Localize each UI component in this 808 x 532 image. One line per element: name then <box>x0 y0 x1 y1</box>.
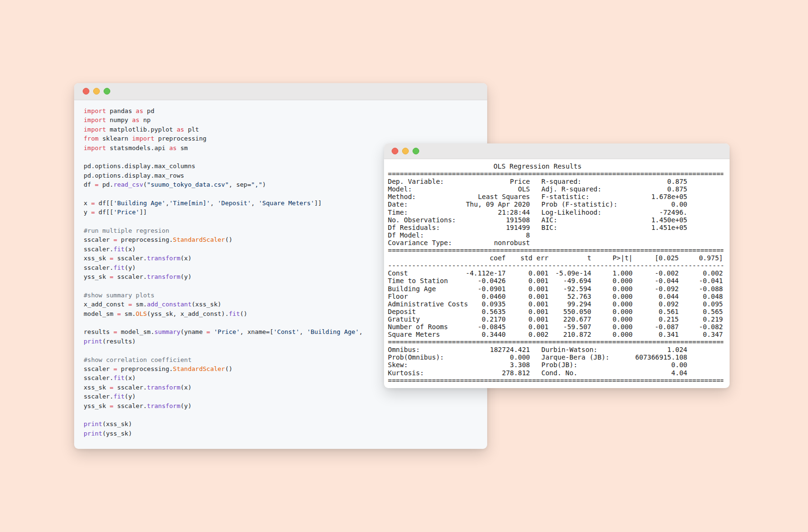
ols-diagnostics-section: Omnibus:182724.421Durbin-Watson:1.024Pro… <box>388 346 723 376</box>
code-line: print(xss_sk) <box>84 419 487 428</box>
code-line <box>84 410 487 419</box>
minimize-button[interactable] <box>402 148 409 154</box>
ruler-double: ========================================… <box>388 338 723 346</box>
summary-row: Method:Least SquaresF-statistic:1.678e+0… <box>388 193 723 200</box>
close-button[interactable] <box>392 148 398 154</box>
diagnostics-row: Omnibus:182724.421Durbin-Watson:1.024 <box>388 346 723 353</box>
ruler-double: ========================================… <box>388 247 723 254</box>
diagnostics-row: Prob(Omnibus):0.000Jarque-Bera (JB):6073… <box>388 353 723 361</box>
summary-row: Df Model:8 <box>388 231 723 239</box>
code-line: yss_sk = sscaler.transform(y) <box>84 401 487 410</box>
zoom-button[interactable] <box>413 148 419 154</box>
summary-row: Covariance Type:nonrobust <box>388 239 723 247</box>
code-line: import pandas as pd <box>84 106 487 115</box>
coef-row: Gratuity0.21700.001220.6770.0000.2150.21… <box>388 315 723 323</box>
code-line: import numpy as np <box>84 115 487 124</box>
window-controls <box>83 88 110 95</box>
code-line: print(yss_sk) <box>84 429 487 438</box>
coef-row: Square Meters0.34400.002210.8720.0000.34… <box>388 331 723 338</box>
coef-row: Const-4.112e-170.001-5.09e-141.000-0.002… <box>388 269 723 277</box>
code-window-titlebar[interactable] <box>74 83 487 100</box>
ruler-double: ========================================… <box>388 377 723 384</box>
summary-row: No. Observations:191508AIC:1.450e+05 <box>388 216 723 224</box>
summary-row: Date:Thu, 09 Apr 2020Prob (F-statistic):… <box>388 200 723 208</box>
code-line: import matplotlib.pyplot as plt <box>84 125 487 134</box>
coef-row: Deposit0.56350.001550.0500.0000.5610.565 <box>388 308 723 315</box>
summary-row: Model:OLSAdj. R-squared:0.875 <box>388 185 723 193</box>
summary-row: Df Residuals:191499BIC:1.451e+05 <box>388 224 723 231</box>
ols-output: OLS Regression Results =================… <box>384 159 723 384</box>
ruler-double: ========================================… <box>388 170 723 178</box>
coef-row: Administrative Costs0.09350.00199.2940.0… <box>388 300 723 308</box>
ruler-single: ----------------------------------------… <box>388 262 723 269</box>
ols-results-window: OLS Regression Results =================… <box>384 143 730 388</box>
code-line: from sklearn import preprocessing <box>84 134 487 143</box>
diagnostics-row: Kurtosis:278.812Cond. No.4.04 <box>388 369 723 377</box>
coef-row: Building Age-0.09010.001-92.5940.000-0.0… <box>388 285 723 293</box>
coef-row: Time to Station-0.04260.001-49.6940.000-… <box>388 277 723 285</box>
coef-row: Number of Rooms-0.08450.001-59.5070.000-… <box>388 323 723 331</box>
summary-row: Dep. Variable:PriceR-squared:0.875 <box>388 178 723 185</box>
summary-row: Time:21:28:44Log-Likelihood:-72496. <box>388 209 723 216</box>
ols-summary-section: Dep. Variable:PriceR-squared:0.875Model:… <box>388 178 723 247</box>
diagnostics-row: Skew:3.308Prob(JB):0.00 <box>388 361 723 369</box>
code-line: sscaler.fit(y) <box>84 392 487 401</box>
coef-row: Floor0.04600.00152.7630.0000.0440.048 <box>388 293 723 300</box>
ols-coef-header: coefstd errtP>|t|[0.0250.975] <box>388 254 723 262</box>
ols-window-titlebar[interactable] <box>384 143 730 159</box>
coef-header-row: coefstd errtP>|t|[0.0250.975] <box>388 254 723 262</box>
ols-coef-section: Const-4.112e-170.001-5.09e-141.000-0.002… <box>388 269 723 338</box>
close-button[interactable] <box>83 88 89 95</box>
window-controls <box>392 148 419 154</box>
zoom-button[interactable] <box>104 88 110 95</box>
minimize-button[interactable] <box>93 88 100 95</box>
ols-title: OLS Regression Results <box>388 162 687 170</box>
